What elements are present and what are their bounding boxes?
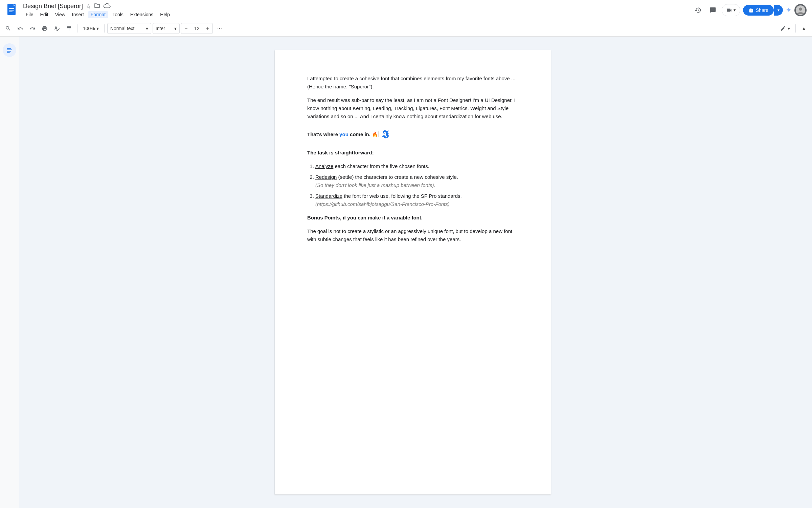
edit-mode-dropdown-icon: ▾ [788,26,790,31]
menu-help[interactable]: Help [157,11,173,18]
svg-rect-11 [7,52,10,53]
share-label: Share [756,7,768,13]
paragraph-4: The task is straightforward: [307,149,518,157]
font-size-increase[interactable]: + [203,23,212,34]
cloud-icon[interactable] [103,2,111,10]
list-item-3-rest: the font for web use, following the SF P… [342,193,462,199]
font-size-input[interactable]: 12 [191,26,203,31]
left-sidebar [0,37,19,508]
bonus-para: Bonus Points, if you can make it a varia… [307,214,518,222]
page-text: I attempted to create a cohesive font th… [307,75,518,244]
menu-insert[interactable]: Insert [69,11,87,18]
highlight-wrap: you [339,131,348,137]
list-item-1-rest: each character from the five chosen font… [333,163,429,169]
more-options-icon: ⋯ [217,26,222,31]
style-label: Normal text [110,26,135,31]
style-selector[interactable]: Normal text ▾ [107,23,151,34]
para4-bold-underline: straightforward [335,150,372,155]
para4-bold-suffix: : [372,150,374,155]
zoom-value: 100% [83,26,95,31]
menu-extensions[interactable]: Extensions [128,11,156,18]
font-dropdown-icon: ▾ [174,26,177,31]
menu-file[interactable]: File [23,11,36,18]
share-group: Share ▾ [743,5,783,16]
menu-edit[interactable]: Edit [38,11,51,18]
toolbar-right: ▾ ▲ [777,23,809,34]
list-item-3: Standardize the font for web use, follow… [315,192,518,208]
right-scrollbar [807,37,812,508]
svg-rect-9 [7,49,12,50]
paragraph-1: I attempted to create a cohesive font th… [307,75,518,91]
list-item-1-label: Analyze [315,163,333,169]
print-button[interactable] [39,23,50,34]
doc-title-area: Design Brief [Superor] ☆ File Edit View … [23,2,688,18]
text-cursor-blue-icon: 𝕴 [382,126,389,143]
para4-bold-prefix: The task is [307,150,335,155]
undo-button[interactable] [15,23,26,34]
svg-point-7 [799,7,802,10]
list-item-2-note: (So they don't look like just a mashup b… [315,182,435,188]
search-button[interactable] [3,23,14,34]
collapse-toolbar-button[interactable]: ▲ [798,23,809,34]
divider-3 [795,24,796,33]
zoom-selector[interactable]: 100% ▾ [80,23,102,34]
edit-mode-button[interactable]: ▾ [777,23,793,34]
list-item-1: Analyze each character from the five cho… [315,162,518,170]
text-cursor [379,131,379,137]
font-selector[interactable]: Inter ▾ [153,23,180,34]
style-dropdown-icon: ▾ [146,26,148,31]
outline-button[interactable] [3,43,16,57]
document-page: I attempted to create a cohesive font th… [275,50,551,494]
menu-format[interactable]: Format [88,11,108,18]
more-options-button[interactable]: ⋯ [214,23,225,34]
star-icon[interactable]: ☆ [86,3,91,10]
share-caret-button[interactable]: ▾ [774,5,783,16]
history-button[interactable] [692,4,704,16]
font-label: Inter [156,26,165,31]
svg-rect-3 [9,8,14,9]
main-content: I attempted to create a cohesive font th… [0,37,812,508]
menu-bar: File Edit View Insert Format Tools Exten… [23,11,688,18]
meet-button[interactable]: ▾ [722,4,740,16]
list-item-3-note: (https://github.com/sahibjotsaggu/San-Fr… [315,201,450,207]
toolbar: 100% ▾ Normal text ▾ Inter ▾ − 12 + ⋯ ▾ … [0,20,812,37]
you-text: you [339,131,348,137]
menu-tools[interactable]: Tools [110,11,126,18]
paint-format-button[interactable] [64,23,74,34]
para3-after: come in. 🔥 [348,131,378,137]
doc-title: Design Brief [Superor] [23,3,83,10]
bonus-text: Bonus Points, if you can make it a varia… [307,215,423,220]
svg-rect-10 [7,51,11,52]
avatar[interactable] [794,4,807,16]
top-bar-right: ▾ Share ▾ ✦ [692,4,807,16]
list-item-2-rest: (settle) the characters to create a new … [337,174,458,180]
font-size-box: − 12 + [181,23,213,34]
menu-view[interactable]: View [52,11,68,18]
divider-1 [77,24,77,33]
paragraph-2: The end result was sub-par to say the le… [307,96,518,121]
redo-button[interactable] [27,23,38,34]
paragraph-5: The goal is not to create a stylistic or… [307,227,518,244]
font-size-decrease[interactable]: − [181,23,191,34]
list-item-2: Redesign (settle) the characters to crea… [315,173,518,189]
gemini-icon[interactable]: ✦ [786,6,792,15]
divider-2 [104,24,105,33]
para3-before: That's where [307,131,339,137]
collapse-icon: ▲ [802,26,806,31]
task-list: Analyze each character from the five cho… [315,162,518,208]
folder-icon[interactable] [94,2,100,10]
svg-rect-4 [9,10,14,10]
doc-area[interactable]: I attempted to create a cohesive font th… [19,37,807,508]
svg-rect-5 [9,12,13,12]
zoom-dropdown-icon: ▾ [96,26,99,31]
paragraph-3: That's where you come in. 🔥𝕴 [307,126,518,143]
comment-button[interactable] [707,4,719,16]
top-bar: Design Brief [Superor] ☆ File Edit View … [0,0,812,20]
list-item-3-label: Standardize [315,193,342,199]
svg-rect-8 [7,48,11,49]
docs-icon [5,3,19,17]
share-button[interactable]: Share [743,5,774,16]
spell-check-button[interactable] [51,23,62,34]
list-item-2-label: Redesign [315,174,337,180]
